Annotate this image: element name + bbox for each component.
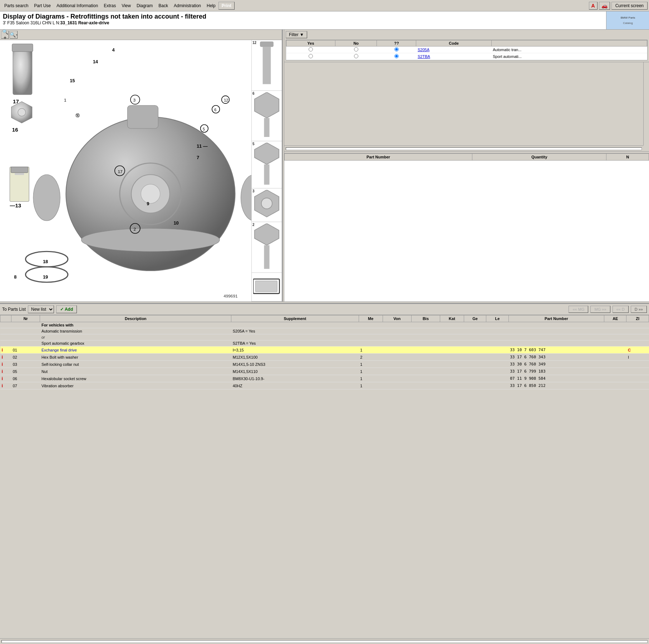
svg-rect-11 <box>127 105 158 129</box>
col-me-header: Me <box>359 315 383 322</box>
desc-06: Hexalobular socket screw <box>40 375 231 382</box>
right-scrollbar[interactable] <box>643 62 649 146</box>
parts-table-wrap[interactable]: Nr Description Supplement Me Von Bis Kat… <box>0 315 649 476</box>
parts-mini-table: Part Number Quantity N <box>284 153 649 161</box>
info-icon-07[interactable]: i <box>2 383 3 388</box>
table-row[interactable]: i 06 Hexalobular socket screw BM8X30-U1-… <box>0 375 649 382</box>
zoom-out-button[interactable]: 🔍- <box>10 31 18 39</box>
filter-button[interactable]: Filter ▼ <box>286 31 307 38</box>
thumb-2[interactable]: 2 <box>252 222 282 273</box>
new-list-dropdown[interactable]: New list <box>28 305 54 313</box>
svg-point-17 <box>81 228 220 252</box>
to-parts-list-label: To Parts List <box>2 307 26 312</box>
menu-administration[interactable]: Administration <box>171 2 204 9</box>
thumb-5[interactable]: 5 <box>252 141 282 188</box>
menu-extras[interactable]: Extras <box>101 2 119 9</box>
table-row: For vehicles with <box>0 322 649 328</box>
filter-row-2: S2TBA Sport automati... <box>286 53 647 60</box>
svg-text:BMW Parts: BMW Parts <box>620 16 635 19</box>
diagram-image[interactable]: 17 16 <box>0 40 282 301</box>
filter-no-radio-2[interactable] <box>354 54 358 58</box>
filter-yes-radio-2[interactable] <box>309 54 313 58</box>
header-logo: BMW Parts Catalog <box>606 11 649 29</box>
menu-additional-info[interactable]: Additional Information <box>54 2 101 9</box>
zoom-in-button[interactable]: 🔍+ <box>1 31 9 39</box>
table-row[interactable]: i 07 Vibration absorber 40HZ 1 33 17 6 8… <box>0 382 649 389</box>
add-button[interactable]: ✓ Add <box>56 305 77 313</box>
header-subtitle: 3' F35 Saloon 316Li CHN L N:33_1631 Rear… <box>3 20 603 25</box>
bottom-toolbar: To Parts List New list ✓ Add «« MG MG »»… <box>0 304 649 315</box>
col-desc-header: Description <box>40 315 231 322</box>
current-screen-button[interactable]: Current screen <box>611 2 648 10</box>
table-row[interactable]: i 05 Nut M14X1,5X110 1 33 17 6 799 183 <box>0 368 649 375</box>
svg-text:4: 4 <box>112 47 115 53</box>
le-01 <box>486 346 508 354</box>
zi-03 <box>626 361 649 368</box>
filter-code-1[interactable]: S205A <box>416 46 491 53</box>
svg-rect-49 <box>260 41 274 47</box>
filter-qq-radio-1[interactable] <box>394 47 399 51</box>
filter-scroll-area <box>284 62 649 152</box>
table-row[interactable]: i 03 Self-locking collar nut M14X1,5-10 … <box>0 361 649 368</box>
menu-print[interactable]: Print <box>218 2 235 10</box>
partnumber-07: 33 17 6 850 212 <box>508 382 604 389</box>
thumb-3[interactable]: 3 <box>252 188 282 222</box>
info-icon-02[interactable]: i <box>2 354 3 360</box>
nav-d-prev[interactable]: «« D <box>613 306 629 313</box>
svg-text:2: 2 <box>134 227 136 232</box>
filter-no-radio-1[interactable] <box>354 47 358 51</box>
nr-02: 02 <box>11 354 40 361</box>
svg-text:—13: —13 <box>10 202 21 208</box>
zoom-out-icon: 🔍- <box>10 32 18 38</box>
ae-01 <box>604 346 626 354</box>
menu-part-use[interactable]: Part Use <box>31 2 54 9</box>
or-text: or <box>40 334 231 340</box>
nr-01: 01 <box>11 346 40 354</box>
col-ae-header: AE <box>604 315 626 322</box>
zi-01: C <box>626 346 649 354</box>
svg-rect-5 <box>12 44 33 52</box>
svg-text:19: 19 <box>43 274 48 279</box>
filter-qq-radio-2[interactable] <box>394 54 399 58</box>
info-icon-03[interactable]: i <box>2 362 3 367</box>
page-title: Display of Diagrams - Retrofittings not … <box>3 13 603 20</box>
menu-diagram[interactable]: Diagram <box>134 2 156 9</box>
diagram-toolbar: 🔍+ 🔍- <box>0 30 282 40</box>
menu-parts-search[interactable]: Parts search <box>1 2 31 9</box>
table-row[interactable]: i 01 Exchange final drive I=3,15 1 33 10… <box>0 346 649 354</box>
filter-row-1: S205A Automatic tran... <box>286 46 647 53</box>
filter-code-2[interactable]: S2TBA <box>416 53 491 60</box>
svg-text:8: 8 <box>14 274 16 279</box>
info-icon-06[interactable]: i <box>2 376 3 381</box>
menu-back[interactable]: Back <box>156 2 171 9</box>
me-02: 2 <box>359 354 383 361</box>
toolbar-a-button[interactable]: A <box>589 2 598 10</box>
filter-yes-radio-1[interactable] <box>309 47 313 51</box>
nr-06: 06 <box>11 375 40 382</box>
toolbar-car-button[interactable]: 🚗 <box>599 2 610 10</box>
desc-07: Vibration absorber <box>40 382 231 389</box>
table-row[interactable]: i 02 Hex Bolt with washer M12X1,5X100 2 … <box>0 354 649 361</box>
group-header-text: For vehicles with <box>41 323 73 327</box>
table-row: or <box>0 334 649 340</box>
thumb-seal[interactable] <box>252 273 282 301</box>
menu-help[interactable]: Help <box>204 2 218 9</box>
partnumber-05: 33 17 6 799 183 <box>508 368 604 375</box>
nav-mg-prev[interactable]: «« MG <box>569 306 588 313</box>
svg-text:11 —: 11 — <box>197 143 208 149</box>
svg-marker-57 <box>255 223 279 245</box>
svg-text:⑯: ⑯ <box>75 113 80 118</box>
menu-view[interactable]: View <box>119 2 134 9</box>
thumb-6[interactable]: 6 <box>252 91 282 142</box>
filter-supp-auto: S205A = Yes <box>231 328 359 334</box>
nav-d-next[interactable]: D »» <box>631 306 647 313</box>
info-icon-01[interactable]: i <box>2 347 3 353</box>
svg-text:Catalog: Catalog <box>623 21 633 25</box>
supplement-05: M14X1,5X110 <box>231 368 359 375</box>
partnumber-03: 33 30 6 760 349 <box>508 361 604 368</box>
supplement-06: BM8X30-U1-10.9- <box>231 375 359 382</box>
thumb-12[interactable]: 12 <box>252 40 282 91</box>
nav-mg-next[interactable]: MG »» <box>590 306 610 313</box>
info-icon-05[interactable]: i <box>2 369 3 374</box>
svg-rect-20 <box>15 173 24 175</box>
